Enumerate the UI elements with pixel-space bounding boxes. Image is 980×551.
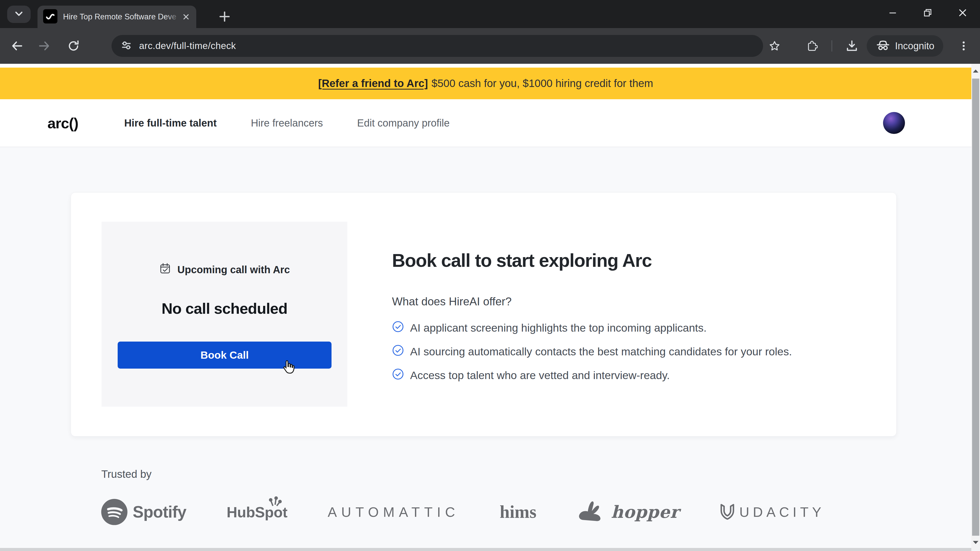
menu-kebab-icon[interactable] [953,28,974,64]
window-controls [875,0,980,25]
tab-title: Hire Top Remote Software Deve [63,12,180,21]
vertical-scrollbar[interactable] [971,64,980,551]
trusted-by-label: Trusted by [101,468,151,480]
call-status: No call scheduled [102,300,347,318]
hopper-bunny-icon [577,498,607,526]
horizontal-scrollbar[interactable] [0,548,971,551]
bullet-text: Access top talent who are vetted and int… [410,369,670,382]
referral-banner: [Refer a friend to Arc] $500 cash for yo… [0,68,971,99]
scroll-up-arrow[interactable] [971,64,980,78]
reload-button[interactable] [63,28,84,64]
toolbar-divider [832,40,832,52]
book-call-button[interactable]: Book Call [118,341,331,368]
browser-window: Hire Top Remote Software Deve [0,0,980,551]
hopper-logo: hopper [577,498,679,526]
url-text: arc.dev/full-time/check [139,41,236,51]
banner-message: $500 cash for you, $1000 hiring credit f… [431,77,653,89]
incognito-label: Incognito [895,41,934,52]
download-icon[interactable] [842,28,862,64]
spotify-icon [100,498,129,526]
site-favicon-icon [43,9,57,24]
spotify-logo: Spotify [100,498,186,526]
book-call-card: Upcoming call with Arc No call scheduled… [71,192,897,437]
hireai-subheading: What does HireAI offer? [392,295,872,308]
upcoming-call-panel: Upcoming call with Arc No call scheduled… [102,222,347,407]
automattic-logo: AUTOMATTIC [328,504,460,520]
nav-hire-freelancers[interactable]: Hire freelancers [251,118,323,129]
forward-button[interactable] [34,28,55,64]
bullet-text: AI sourcing automatically contacts the b… [410,345,792,358]
restore-button[interactable] [910,0,945,25]
new-tab-button[interactable] [216,8,234,25]
hims-logo: hims [500,502,536,522]
incognito-icon [876,40,891,52]
extensions-icon[interactable] [801,28,822,64]
check-circle-icon [392,368,404,383]
avatar[interactable] [883,112,905,134]
udacity-u-icon [719,503,735,521]
browser-tab[interactable]: Hire Top Remote Software Deve [38,6,196,28]
nav-edit-company-profile[interactable]: Edit company profile [357,118,449,129]
mouse-cursor [280,359,298,377]
hubspot-sprocket-icon [269,496,282,510]
check-circle-icon [392,321,404,335]
web-page: [Refer a friend to Arc] $500 cash for yo… [0,64,980,548]
tab-close-icon[interactable] [180,13,192,21]
udacity-logo: UDACITY [719,503,825,521]
trusted-logos: Spotify HubSpot AUTOMATTIC hims hopper [100,493,825,531]
list-item: AI sourcing automatically contacts the b… [392,345,872,359]
scroll-down-arrow[interactable] [971,535,980,549]
page-title: Book call to start exploring Arc [392,250,872,271]
upcoming-call-label: Upcoming call with Arc [177,264,290,275]
refer-friend-link[interactable]: [Refer a friend to Arc] [318,77,428,89]
chevron-down-icon [13,8,25,21]
bullet-text: AI applicant screening highlights the to… [410,322,707,334]
list-item: Access top talent who are vetted and int… [392,368,872,383]
hubspot-logo: HubSpot [227,503,287,521]
site-navbar: arc() Hire full-time talent Hire freelan… [0,99,971,147]
tab-search-button[interactable] [7,6,30,23]
nav-hire-fulltime[interactable]: Hire full-time talent [124,118,217,129]
close-window-button[interactable] [945,0,980,25]
arc-logo[interactable]: arc() [48,114,78,132]
page-content: Upcoming call with Arc No call scheduled… [0,147,971,548]
site-settings-icon[interactable] [120,39,132,52]
scrollbar-thumb[interactable] [972,79,979,536]
list-item: AI applicant screening highlights the to… [392,321,872,335]
check-circle-icon [392,345,404,359]
tab-strip: Hire Top Remote Software Deve [0,0,980,28]
bookmark-star-icon[interactable] [764,28,785,64]
back-button[interactable] [6,28,27,64]
calendar-icon [159,262,171,277]
url-bar[interactable]: arc.dev/full-time/check [111,35,763,57]
incognito-badge: Incognito [867,35,943,57]
browser-toolbar: arc.dev/full-time/check Incognito [0,28,980,64]
minimize-button[interactable] [875,0,910,25]
